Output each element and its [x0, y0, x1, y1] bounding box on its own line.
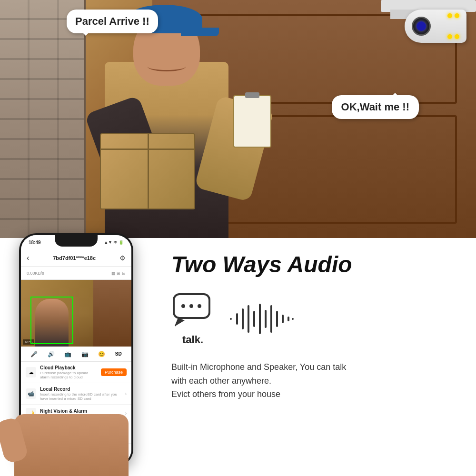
- camera-icon[interactable]: 📷: [81, 351, 89, 357]
- parcel-speech-bubble: Parcel Arrive !!: [67, 10, 158, 33]
- two-ways-audio-title: Two Ways Audio: [171, 252, 457, 278]
- back-button[interactable]: ‹: [27, 254, 29, 262]
- view-options: ▦ ⊞ ⊟: [111, 271, 126, 276]
- record-icon: 📹: [26, 388, 36, 399]
- cloud-playback-subtitle: Purchase package to upload alarm recordi…: [40, 371, 97, 379]
- phone-toolbar: 0.00KB/s ▦ ⊞ ⊟: [21, 267, 131, 280]
- delivery-person-area: [76, 0, 281, 238]
- night-vision-title: Night Vision & Alarm: [40, 408, 121, 414]
- local-record-title: Local Record: [40, 387, 121, 392]
- phone-section: 18:49 ▲▼ ≋ 🔋 ‹ 7bd7df01****e18c ⚙ 0.00KB…: [0, 238, 152, 476]
- settings-icon[interactable]: ⚙: [119, 254, 126, 262]
- audio-description: Built-in Microphone and Speaker, You can…: [171, 360, 457, 401]
- menu-local-record[interactable]: 📹 Local Record Insert recording to the m…: [21, 383, 131, 405]
- thumb: [0, 416, 29, 464]
- menu-cloud-playback[interactable]: ☁ Cloud Playback Purchase package to upl…: [21, 362, 131, 383]
- svg-point-1: [181, 304, 185, 308]
- speed-display: 0.00KB/s: [27, 271, 44, 276]
- top-section: Parcel Arrive !! OK,Wait me !!: [0, 0, 476, 238]
- svg-point-2: [189, 304, 193, 308]
- talk-icon-wrapper: talk.: [171, 292, 214, 346]
- cloud-playback-title: Cloud Playback: [40, 365, 97, 370]
- phone-notch: [55, 233, 98, 247]
- mic-icon[interactable]: 🎤: [30, 351, 38, 357]
- camera-speech-bubble: OK,Wait me !!: [332, 95, 419, 119]
- description-line3: Evict others from your house: [171, 387, 457, 401]
- soundwave-svg: [228, 302, 295, 336]
- package: [100, 133, 195, 209]
- clipboard: [233, 95, 271, 148]
- local-record-arrow: ›: [125, 391, 127, 397]
- camera-leds-bottom: [447, 34, 459, 39]
- local-record-subtitle: Insert recording to the microSD card aft…: [40, 392, 121, 401]
- phone-control-icons[interactable]: 🎤 🔊 📺 📷 😊 SD: [21, 347, 131, 362]
- phone-nav-bar: ‹ 7bd7df01****e18c ⚙: [21, 249, 131, 267]
- cloud-icon: ☁: [26, 367, 36, 377]
- purchase-button[interactable]: Purchase: [101, 368, 127, 376]
- description-line1: Built-in Microphone and Speaker, You can…: [171, 360, 457, 374]
- screen-icon[interactable]: 📺: [64, 351, 71, 357]
- bottom-section: 18:49 ▲▼ ≋ 🔋 ‹ 7bd7df01****e18c ⚙ 0.00KB…: [0, 238, 476, 476]
- detection-box: [30, 297, 73, 344]
- camera-feed-view: RPS: [21, 280, 131, 347]
- audio-icons-row: talk.: [171, 292, 457, 346]
- svg-point-3: [198, 304, 201, 308]
- security-camera: [371, 0, 476, 76]
- right-content-section: Two Ways Audio talk.: [152, 238, 476, 476]
- stone-wall: [0, 0, 86, 238]
- feed-door: [93, 280, 131, 347]
- emoji-icon[interactable]: 😊: [98, 351, 105, 357]
- description-line2: with each other anywhere.: [171, 374, 457, 388]
- device-id: 7bd7df01****e18c: [33, 255, 116, 261]
- hand: [14, 414, 129, 476]
- phone-time: 18:49: [29, 240, 41, 245]
- camera-lens: [412, 17, 431, 36]
- hand-area: [10, 414, 133, 476]
- person-cap-brim: [181, 28, 219, 36]
- camera-body-unit: [405, 10, 466, 43]
- talk-label: talk.: [182, 334, 203, 346]
- talk-bubble-svg: [171, 292, 214, 330]
- phone-signal-icons: ▲▼ ≋ 🔋: [104, 240, 124, 245]
- speaker-icon[interactable]: 🔊: [48, 351, 55, 357]
- sd-label[interactable]: SD: [115, 351, 122, 357]
- camera-leds-top: [447, 13, 459, 18]
